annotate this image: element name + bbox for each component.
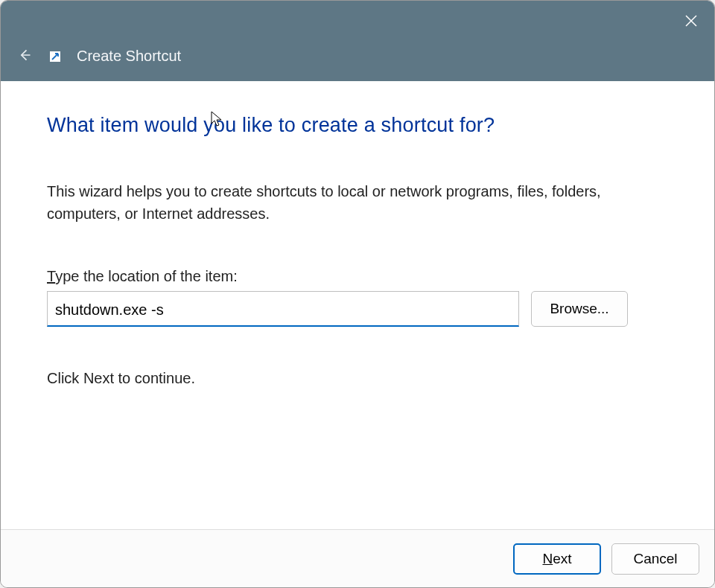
cancel-button[interactable]: Cancel [611,543,699,575]
page-heading: What item would you like to create a sho… [47,114,668,137]
location-input[interactable] [47,291,519,327]
wizard-description: This wizard helps you to create shortcut… [47,180,658,225]
browse-button[interactable]: Browse... [531,291,628,327]
footer: Next Cancel [1,529,714,587]
back-button[interactable] [16,46,34,64]
close-button[interactable] [681,11,701,31]
back-arrow-icon [17,48,32,63]
titlebar: Create Shortcut [1,1,714,81]
location-row: Browse... [47,291,668,327]
window-title: Create Shortcut [77,48,181,65]
shortcut-icon [50,51,60,62]
location-label: Type the location of the item: [47,268,668,285]
next-button[interactable]: Next [513,543,601,575]
content-area: What item would you like to create a sho… [1,81,714,529]
close-icon [684,14,698,28]
create-shortcut-window: Create Shortcut What item would you like… [0,0,715,588]
continue-text: Click Next to continue. [47,370,668,387]
